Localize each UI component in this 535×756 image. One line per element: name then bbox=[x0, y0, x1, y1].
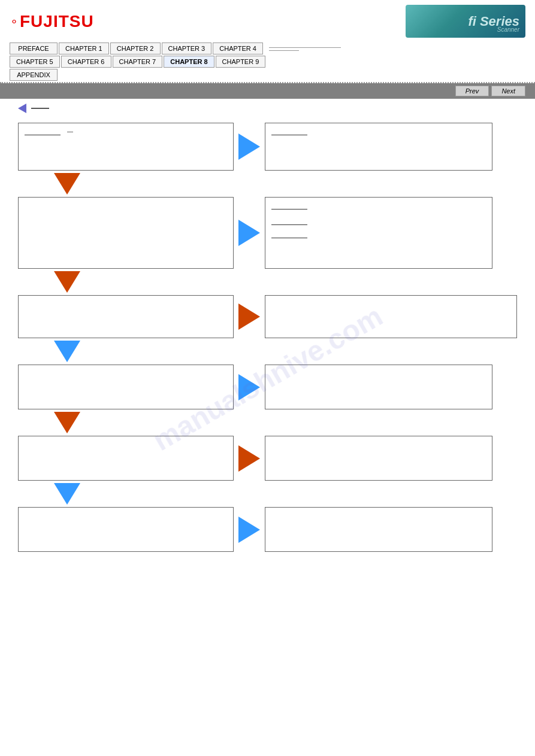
arrow-down-orange-2 bbox=[18, 271, 517, 293]
flow-box-1-right bbox=[265, 123, 492, 171]
flow-box-4-left-content bbox=[19, 365, 233, 375]
arrow-right-blue-1 bbox=[238, 133, 260, 160]
flow-box-2-right-content bbox=[265, 198, 492, 244]
arrow-down-orange-icon-1 bbox=[54, 173, 80, 195]
nav-row-3: APPENDIX bbox=[10, 69, 525, 82]
box-underline-2r2 bbox=[271, 218, 307, 225]
flow-box-6-left-content bbox=[19, 508, 233, 517]
tab-preface[interactable]: PREFACE bbox=[10, 42, 58, 54]
logo-text: FUJITSU bbox=[20, 12, 94, 31]
tab-chapter2[interactable]: CHAPTER 2 bbox=[110, 42, 161, 54]
arrow-right-orange-3 bbox=[238, 303, 260, 330]
fujitsu-logo: ⚬ FUJITSU bbox=[10, 12, 94, 31]
flow-row-5 bbox=[18, 436, 517, 481]
flow-box-2-right bbox=[265, 197, 492, 269]
arrow-down-blue-icon-2 bbox=[54, 483, 80, 505]
flow-box-6-right bbox=[265, 507, 492, 552]
arrow-down-blue-2 bbox=[18, 483, 517, 505]
flow-box-3-right-content bbox=[265, 296, 516, 305]
nav-extra bbox=[269, 47, 341, 51]
nav-line-1 bbox=[269, 47, 341, 48]
fi-series-text: fi Series bbox=[468, 14, 519, 29]
tab-chapter6[interactable]: CHAPTER 6 bbox=[61, 56, 111, 68]
flow-box-4-right bbox=[265, 365, 492, 409]
tab-chapter5[interactable]: CHAPTER 5 bbox=[10, 56, 60, 68]
tab-chapter3[interactable]: CHAPTER 3 bbox=[162, 42, 212, 54]
arrow-right-blue-6 bbox=[238, 517, 260, 543]
arrow-right-blue-4 bbox=[238, 374, 260, 400]
flow-box-6-right-content bbox=[265, 508, 492, 517]
arrow-right-orange-5 bbox=[238, 445, 260, 472]
flow-box-4-right-content bbox=[265, 365, 492, 375]
box-dash-1: — bbox=[62, 128, 73, 135]
flow-box-5-right-content bbox=[265, 436, 492, 446]
flow-box-1-left-content: — bbox=[19, 123, 233, 141]
toolbar: Prev Next bbox=[0, 83, 535, 99]
tab-appendix[interactable]: APPENDIX bbox=[10, 69, 58, 81]
prev-button[interactable]: Prev bbox=[455, 86, 489, 96]
flow-box-3-left-content bbox=[19, 296, 233, 305]
box-underline-1 bbox=[25, 128, 61, 135]
back-arrow-line bbox=[31, 108, 49, 109]
tab-chapter9[interactable]: CHAPTER 9 bbox=[216, 56, 266, 68]
arrow-down-orange-1 bbox=[18, 173, 517, 195]
nav-row-2: CHAPTER 5 CHAPTER 6 CHAPTER 7 CHAPTER 8 … bbox=[10, 56, 525, 69]
tab-chapter4[interactable]: CHAPTER 4 bbox=[213, 42, 263, 54]
box-underline-2r3 bbox=[271, 231, 307, 238]
flow-row-3 bbox=[18, 295, 517, 338]
page-header: ⚬ FUJITSU fi Series Scanner bbox=[0, 0, 535, 42]
arrow-down-orange-icon-3 bbox=[54, 412, 80, 433]
flow-box-2-left bbox=[18, 197, 234, 269]
tab-chapter7[interactable]: CHAPTER 7 bbox=[113, 56, 163, 68]
flow-box-2-left-content bbox=[19, 198, 233, 207]
logo-icon: ⚬ bbox=[10, 15, 19, 28]
flow-box-5-left-content bbox=[19, 436, 233, 446]
nav-tabs: PREFACE CHAPTER 1 CHAPTER 2 CHAPTER 3 CH… bbox=[0, 42, 535, 83]
flow-row-4 bbox=[18, 365, 517, 409]
flow-row-2 bbox=[18, 197, 517, 269]
tab-chapter8[interactable]: CHAPTER 8 bbox=[164, 56, 214, 68]
flow-box-3-right bbox=[265, 295, 517, 338]
flow-box-5-left bbox=[18, 436, 234, 481]
nav-row-1: PREFACE CHAPTER 1 CHAPTER 2 CHAPTER 3 CH… bbox=[10, 42, 525, 56]
flow-box-1-right-content bbox=[265, 123, 492, 141]
nav-line-2 bbox=[269, 50, 299, 51]
flow-box-1-left: — bbox=[18, 123, 234, 171]
arrow-right-blue-2 bbox=[238, 220, 260, 246]
box-underline-2r1 bbox=[271, 202, 307, 210]
back-arrow-icon bbox=[18, 104, 26, 113]
next-button[interactable]: Next bbox=[491, 86, 525, 96]
fi-series-banner: fi Series Scanner bbox=[406, 5, 525, 38]
flow-box-4-left bbox=[18, 365, 234, 409]
arrow-down-blue-icon-1 bbox=[54, 341, 80, 362]
arrow-down-orange-3 bbox=[18, 412, 517, 433]
flow-row-1: — bbox=[18, 123, 517, 171]
tab-chapter1[interactable]: CHAPTER 1 bbox=[59, 42, 109, 54]
flow-box-5-right bbox=[265, 436, 492, 481]
arrow-down-blue-1 bbox=[18, 341, 517, 362]
back-arrow[interactable] bbox=[18, 104, 517, 113]
flow-box-3-left bbox=[18, 295, 234, 338]
arrow-down-orange-icon-2 bbox=[54, 271, 80, 293]
main-content: — bbox=[0, 104, 535, 552]
flow-diagram: — bbox=[18, 123, 517, 552]
flow-row-6 bbox=[18, 507, 517, 552]
box-underline-1r bbox=[271, 128, 307, 135]
flow-box-6-left bbox=[18, 507, 234, 552]
